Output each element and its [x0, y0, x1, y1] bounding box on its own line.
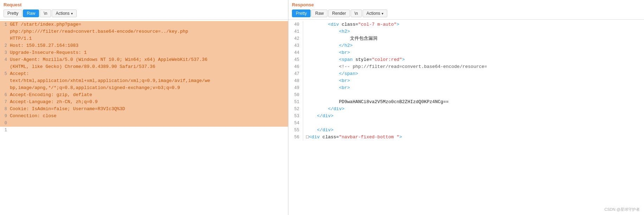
table-row: 48 <br>: [288, 77, 644, 84]
table-row: 49 <br>: [288, 84, 644, 91]
table-row: 3 Upgrade-Insecure-Requests: 1: [0, 49, 288, 56]
request-panel: Request Pretty Raw \n Actions ▾ 1 GET /s…: [0, 0, 288, 215]
request-content: 1 GET /start/index.php?page= php:/php://…: [0, 20, 288, 215]
tab-pretty-response[interactable]: Pretty: [292, 10, 311, 17]
response-tab-bar: Pretty Raw Render \n Actions ▾: [292, 10, 640, 17]
table-row: 40 <div class="col-7 m-auto">: [288, 21, 644, 28]
tab-raw-request[interactable]: Raw: [23, 10, 39, 17]
table-row: 7 Accept-Language: zh-CN, zh;q=0.9: [0, 99, 288, 106]
request-code-area: 1 GET /start/index.php?page= php:/php://…: [0, 20, 288, 135]
table-row: 47 </span>: [288, 70, 644, 77]
tab-actions-response[interactable]: Actions ▾: [363, 10, 387, 17]
table-row: 9 Connection: close: [0, 113, 288, 120]
chevron-down-icon: ▾: [382, 12, 383, 15]
response-code-area: 40 <div class="col-7 m-auto"> 41 <h2> 42…: [288, 20, 644, 142]
table-row: 43 </h2>: [288, 42, 644, 49]
table-row: 55 </div>: [288, 127, 644, 134]
table-row: 6 Accept-Encoding: gzip, deflate: [0, 91, 288, 99]
table-row: 4 User-Agent: Mozilla/5.0 (Windows NT 10…: [0, 56, 288, 70]
table-row: 44 <br>: [288, 49, 644, 56]
table-row: 5 Accept: text/html,application/xhtml+xm…: [0, 70, 288, 91]
table-row: 54: [288, 120, 644, 127]
table-row: 42 文件包含漏洞: [288, 35, 644, 42]
tab-render-response[interactable]: Render: [328, 10, 350, 17]
tab-raw-response[interactable]: Raw: [311, 10, 327, 17]
table-row: 56 □<div class="navbar-fixed-bottom ">: [288, 134, 644, 141]
table-row: 51 PD9waHANCi8va2V5Mzo0cnB2ZHIzdQ0KPz4NC…: [288, 99, 644, 106]
table-row: 8 Cookie: IsAdmin=false; Username=R3VIc3…: [0, 106, 288, 113]
table-row: 50: [288, 91, 644, 99]
table-row: 1 GET /start/index.php?page= php:/php://…: [0, 21, 288, 42]
chevron-down-icon: ▾: [71, 12, 73, 15]
response-content: 40 <div class="col-7 m-auto"> 41 <h2> 42…: [288, 20, 644, 215]
tab-actions-request[interactable]: Actions ▾: [52, 10, 76, 17]
response-header: Response Pretty Raw Render \n Actions ▾: [288, 0, 644, 20]
table-row: 1: [0, 127, 288, 134]
request-tab-bar: Pretty Raw \n Actions ▾: [4, 10, 285, 17]
response-title: Response: [292, 2, 640, 7]
table-row: 0: [0, 120, 288, 127]
table-row: 52 </div>: [288, 106, 644, 113]
table-row: 53 </div>: [288, 113, 644, 120]
table-row: 2 Host: 150.158.27.164:1083: [0, 42, 288, 49]
tab-newline-response[interactable]: \n: [351, 10, 362, 17]
request-header: Request Pretty Raw \n Actions ▾: [0, 0, 288, 20]
response-panel: Response Pretty Raw Render \n Actions ▾ …: [288, 0, 644, 215]
table-row: 46 <!-- php://filter/read=convert.base64…: [288, 63, 644, 70]
tab-newline-request[interactable]: \n: [40, 10, 51, 17]
table-row: 45 <span style="color:red">: [288, 56, 644, 63]
tab-pretty-request[interactable]: Pretty: [4, 10, 22, 17]
watermark-text: CSDN @星球守护者: [605, 207, 640, 212]
request-title: Request: [4, 2, 285, 7]
table-row: 41 <h2>: [288, 28, 644, 35]
